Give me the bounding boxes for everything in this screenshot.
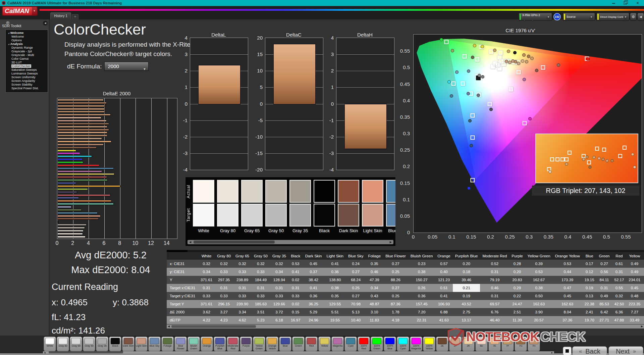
inset-target-point <box>602 148 606 152</box>
patch-button-purple[interactable]: Purple <box>240 337 252 351</box>
scroll-right-icon[interactable]: ▶ <box>551 351 553 354</box>
patch-button-gray-65[interactable]: Gray 65 <box>70 337 82 351</box>
add-tab-button[interactable]: + <box>72 14 78 19</box>
close-button[interactable]: × <box>634 1 641 5</box>
patch-button-7f[interactable]: 7F <box>501 337 514 351</box>
swatch-gray-80: Gray 80 <box>217 180 238 233</box>
patch-strip-scrollbar[interactable]: ◀ ▶ <box>43 351 554 353</box>
swatch-target <box>314 204 335 226</box>
sidebar-item-screen-angularity[interactable]: Screen Angularity <box>6 79 48 83</box>
sidebar-item-color-gamut[interactable]: Color Gamut <box>6 57 48 61</box>
patch-button-cyan[interactable]: Cyan <box>344 337 357 351</box>
sidebar-item-3d-lut[interactable]: 3D LUT <box>6 61 48 64</box>
patch-button-100-green[interactable]: 100% Green <box>371 337 383 351</box>
patch-button-7h[interactable]: 7H <box>528 337 540 351</box>
meter-dropdown[interactable]: X-Rite i1Pro 2 Direct View ▼ <box>519 13 552 21</box>
patch-button-100-magenta[interactable]: 100% Magenta <box>410 337 422 351</box>
patch-button-100-red[interactable]: 100% Red <box>358 337 370 351</box>
patch-button-7e[interactable]: 7E <box>488 337 501 351</box>
bar-white <box>57 236 86 238</box>
patch-button-7g[interactable]: 7G <box>515 337 527 351</box>
patch-button-2f[interactable]: 2F <box>449 337 462 351</box>
patch-button-yellow[interactable]: Yellow <box>318 337 331 351</box>
patch-button-blue-flower[interactable]: Blue Flower <box>174 337 187 351</box>
patch-button-blue-sky[interactable]: Blue Sky <box>148 337 161 351</box>
sidebar-item-screen-uniformity[interactable]: Screen Uniformity <box>6 75 48 79</box>
scrollbar-thumb[interactable] <box>49 351 123 353</box>
patch-button-100-cyan[interactable]: 100% Cyan <box>397 337 409 351</box>
formula-label: dE Formula: <box>67 63 102 70</box>
patch-button-purplish-blue[interactable]: Purplish Blue <box>214 337 226 351</box>
patch-button-red[interactable]: Red <box>305 337 318 351</box>
patch-button-blue[interactable]: Blue <box>279 337 291 351</box>
sidebar-item-analysis[interactable]: Analysis <box>6 42 48 46</box>
next-button[interactable]: Next » <box>608 346 643 355</box>
patch-button-5d[interactable]: 5D <box>475 337 488 351</box>
gridline <box>190 120 248 121</box>
patch-button-yellow-green[interactable]: Yellow Green <box>253 337 265 351</box>
swatch-scrollbar[interactable]: ◀ ▶ <box>187 240 393 244</box>
sidebar-item-grayscale-multi[interactable]: Grayscale - Multi <box>6 53 48 57</box>
patch-button-gray-50[interactable]: Gray 50 <box>83 337 95 351</box>
scroll-right-icon[interactable]: ▶ <box>641 325 643 328</box>
patch-button-light-skin[interactable]: Light Skin <box>135 337 148 351</box>
patch-button-green[interactable]: Green <box>292 337 305 351</box>
restore-button[interactable] <box>622 1 629 5</box>
sidebar-item-spectral-power-dist[interactable]: Spectral Power Dist. <box>6 87 48 90</box>
patch-button-gray-35[interactable]: Gray 35 <box>96 337 108 351</box>
patch-button-gray-80[interactable]: Gray 80 <box>57 337 69 351</box>
source-dropdown[interactable]: Source ▼ <box>563 13 595 21</box>
sidebar-collapse-icon[interactable]: ◀ <box>43 21 48 26</box>
formula-dropdown[interactable]: 2000 ▼ <box>104 62 149 71</box>
measured-point <box>451 49 454 52</box>
gear-icon[interactable]: ⚙ <box>630 13 637 21</box>
patch-button-white[interactable]: White <box>44 337 56 351</box>
sidebar-item-luminance-sweeps[interactable]: Luminance Sweeps <box>6 72 48 75</box>
display-control-dropdown[interactable]: Direct Display Control ▼ <box>596 13 629 21</box>
patch-button-black[interactable]: Black <box>109 337 121 351</box>
calman-logo-menu[interactable]: CalMAN ▼ <box>2 6 38 16</box>
scrollbar-thumb[interactable] <box>171 325 256 328</box>
patch-button-orange[interactable]: Orange <box>201 337 213 351</box>
patch-button-orange-yellow[interactable]: Orange Yellow <box>266 337 278 351</box>
target-point <box>463 54 467 58</box>
back-button[interactable]: « Back <box>572 346 607 355</box>
table-cell: 0.02 <box>288 300 303 308</box>
selected-cell[interactable]: 0.21 <box>453 284 480 292</box>
table-bottom-scrollbar[interactable]: ◀ ▶ <box>167 324 644 328</box>
sidebar-item-welcome[interactable]: Welcome <box>6 35 48 39</box>
scroll-left-icon[interactable]: ◀ <box>189 241 191 244</box>
scroll-left-icon[interactable]: ◀ <box>44 351 46 354</box>
patch-button-2e[interactable]: 2E <box>436 337 448 351</box>
sidebar-item-colorchecker[interactable]: ColorChecker <box>6 64 48 68</box>
patch-button-foliage[interactable]: Foliage <box>161 337 174 351</box>
collapse-panel-icon[interactable]: ◀ <box>637 13 644 21</box>
bar-gray-80 <box>57 233 83 235</box>
stop-button[interactable] <box>563 347 572 355</box>
sidebar-item-grayscale-2pt[interactable]: Grayscale - 2pt <box>6 50 48 53</box>
table-cell: 121.23 <box>435 276 452 284</box>
sidebar-item-saturation-sweeps[interactable]: Saturation Sweeps <box>6 68 48 72</box>
minimize-button[interactable] <box>610 1 617 5</box>
axis-tick-label: 0.35 <box>396 114 410 120</box>
table-cell: 88.26 <box>383 276 408 284</box>
patch-swatch <box>385 338 394 344</box>
sidebar-item-screen-stability[interactable]: Screen Stability <box>6 83 48 87</box>
patch-swatch <box>189 338 198 344</box>
patch-label: Gray 80 <box>57 345 69 347</box>
patch-button-bluish-green[interactable]: Bluish Green <box>187 337 200 351</box>
patch-button-2k[interactable]: 2K <box>462 337 475 351</box>
patch-button-dark-skin[interactable]: Dark Skin <box>122 337 135 351</box>
patch-button-moderate-red[interactable]: Moderate Red <box>227 337 239 351</box>
sidebar-item-options[interactable]: Options <box>6 39 48 42</box>
scroll-left-icon[interactable]: ◀ <box>168 325 170 328</box>
scroll-right-icon[interactable]: ▶ <box>390 241 392 244</box>
scrollbar-thumb[interactable] <box>194 241 275 244</box>
patch-button-magenta[interactable]: Magenta <box>331 337 344 351</box>
sidebar-item-welcome[interactable]: Welcome <box>6 31 48 35</box>
patch-button-100-blue[interactable]: 100% Blue <box>384 337 396 351</box>
sidebar-item-dynamic-range[interactable]: Dynamic Range <box>6 46 48 50</box>
patch-button-100-yellow[interactable]: 100% Yellow <box>423 337 435 351</box>
tab-history-1[interactable]: History 1 <box>50 12 71 19</box>
axis-tick-label: 0.4 <box>396 98 410 103</box>
